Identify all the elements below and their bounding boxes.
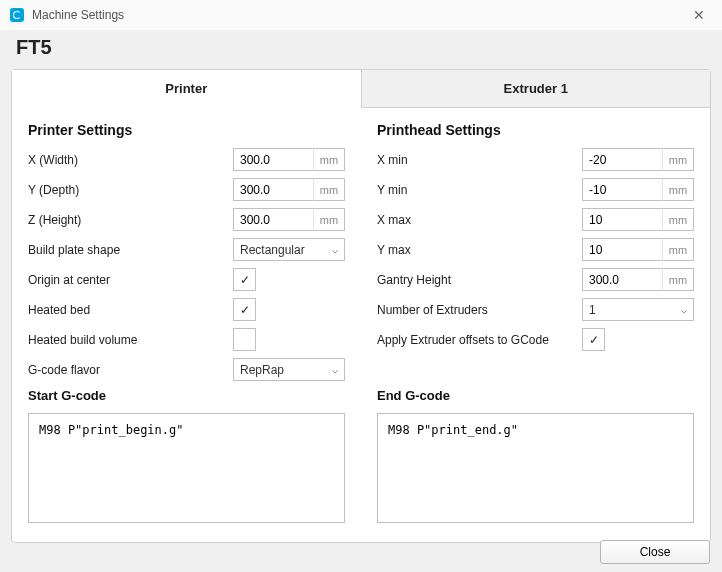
select-gcode-flavor[interactable]: RepRap ⌵ [233, 358, 345, 381]
chevron-down-icon: ⌵ [681, 304, 687, 315]
printer-settings-heading: Printer Settings [28, 122, 345, 138]
input-y-min[interactable] [582, 178, 662, 201]
input-z-height[interactable] [233, 208, 313, 231]
printer-settings-column: Printer Settings X (Width) mm Y (Depth) … [12, 122, 361, 542]
row-build-plate-shape: Build plate shape Rectangular ⌵ [28, 238, 345, 261]
row-gantry-height: Gantry Height mm [377, 268, 694, 291]
close-button[interactable]: Close [600, 540, 710, 564]
row-extruder-count: Number of Extruders 1 ⌵ [377, 298, 694, 321]
label-build-plate-shape: Build plate shape [28, 243, 233, 257]
row-heated-volume: Heated build volume [28, 328, 345, 351]
input-x-width[interactable] [233, 148, 313, 171]
row-apply-offsets: Apply Extruder offsets to GCode ✓ [377, 328, 694, 351]
tab-bar: Printer Extruder 1 [12, 70, 710, 108]
label-apply-offsets: Apply Extruder offsets to GCode [377, 333, 582, 347]
label-heated-bed: Heated bed [28, 303, 233, 317]
label-heated-volume: Heated build volume [28, 333, 233, 347]
label-y-min: Y min [377, 183, 582, 197]
tab-extruder-1[interactable]: Extruder 1 [361, 70, 711, 108]
start-gcode-section: Start G-code [28, 388, 345, 526]
input-x-min[interactable] [582, 148, 662, 171]
row-x-width: X (Width) mm [28, 148, 345, 171]
app-icon [10, 8, 24, 22]
row-x-max: X max mm [377, 208, 694, 231]
unit-gantry-height: mm [662, 268, 694, 291]
dialog-footer: Close [0, 532, 722, 572]
start-gcode-input[interactable] [28, 413, 345, 523]
row-origin-center: Origin at center ✓ [28, 268, 345, 291]
unit-x-max: mm [662, 208, 694, 231]
unit-y-depth: mm [313, 178, 345, 201]
row-z-height: Z (Height) mm [28, 208, 345, 231]
select-gcode-flavor-value: RepRap [240, 363, 284, 377]
unit-y-min: mm [662, 178, 694, 201]
row-gcode-flavor: G-code flavor RepRap ⌵ [28, 358, 345, 381]
select-extruder-count-value: 1 [589, 303, 596, 317]
row-y-depth: Y (Depth) mm [28, 178, 345, 201]
subheader: FT5 [0, 30, 722, 69]
checkbox-apply-offsets[interactable]: ✓ [582, 328, 605, 351]
printhead-settings-column: Printhead Settings X min mm Y min mm X m… [361, 122, 710, 542]
label-extruder-count: Number of Extruders [377, 303, 582, 317]
tab-printer[interactable]: Printer [12, 70, 361, 108]
label-origin-center: Origin at center [28, 273, 233, 287]
select-build-plate-shape[interactable]: Rectangular ⌵ [233, 238, 345, 261]
row-y-min: Y min mm [377, 178, 694, 201]
titlebar-title: Machine Settings [32, 8, 124, 22]
checkbox-origin-center[interactable]: ✓ [233, 268, 256, 291]
checkbox-heated-bed[interactable]: ✓ [233, 298, 256, 321]
chevron-down-icon: ⌵ [332, 364, 338, 375]
printhead-settings-heading: Printhead Settings [377, 122, 694, 138]
unit-x-min: mm [662, 148, 694, 171]
select-build-plate-shape-value: Rectangular [240, 243, 305, 257]
row-heated-bed: Heated bed ✓ [28, 298, 345, 321]
input-x-max[interactable] [582, 208, 662, 231]
select-extruder-count[interactable]: 1 ⌵ [582, 298, 694, 321]
input-y-depth[interactable] [233, 178, 313, 201]
label-y-max: Y max [377, 243, 582, 257]
unit-z-height: mm [313, 208, 345, 231]
input-gantry-height[interactable] [582, 268, 662, 291]
checkbox-heated-volume[interactable] [233, 328, 256, 351]
chevron-down-icon: ⌵ [332, 244, 338, 255]
label-x-min: X min [377, 153, 582, 167]
row-x-min: X min mm [377, 148, 694, 171]
tabs-container: Printer Extruder 1 Printer Settings X (W… [11, 69, 711, 543]
end-gcode-heading: End G-code [377, 388, 694, 403]
end-gcode-section: End G-code [377, 388, 694, 526]
label-gantry-height: Gantry Height [377, 273, 582, 287]
label-y-depth: Y (Depth) [28, 183, 233, 197]
window-close-button[interactable]: ✕ [676, 0, 722, 30]
label-x-max: X max [377, 213, 582, 227]
tab-content: Printer Settings X (Width) mm Y (Depth) … [12, 108, 710, 542]
titlebar: Machine Settings ✕ [0, 0, 722, 30]
unit-x-width: mm [313, 148, 345, 171]
label-z-height: Z (Height) [28, 213, 233, 227]
label-gcode-flavor: G-code flavor [28, 363, 233, 377]
row-y-max: Y max mm [377, 238, 694, 261]
end-gcode-input[interactable] [377, 413, 694, 523]
label-x-width: X (Width) [28, 153, 233, 167]
start-gcode-heading: Start G-code [28, 388, 345, 403]
input-y-max[interactable] [582, 238, 662, 261]
unit-y-max: mm [662, 238, 694, 261]
machine-name-heading: FT5 [16, 36, 706, 59]
